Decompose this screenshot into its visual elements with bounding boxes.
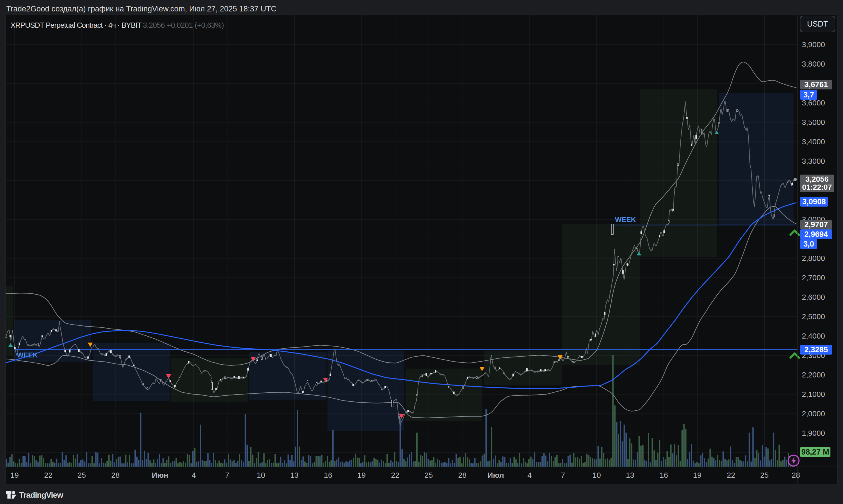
svg-text:13: 13 — [626, 471, 634, 480]
svg-text:4: 4 — [192, 471, 196, 480]
svg-text:3,2056: 3,2056 — [805, 175, 828, 183]
svg-text:2,8000: 2,8000 — [802, 254, 825, 263]
svg-text:XRPUSDT Perpetual Contract · 4: XRPUSDT Perpetual Contract · 4ч · BYBIT — [11, 21, 142, 30]
svg-text:25: 25 — [77, 471, 86, 480]
svg-text:USDT: USDT — [807, 20, 828, 28]
svg-text:TradingView: TradingView — [19, 490, 64, 500]
svg-text:3,9000: 3,9000 — [802, 40, 825, 49]
svg-text:Trade2Good создал(а) график на: Trade2Good создал(а) график на TradingVi… — [6, 4, 276, 13]
svg-text:3,5000: 3,5000 — [802, 118, 825, 127]
svg-text:2,9707: 2,9707 — [804, 220, 828, 229]
svg-text:13: 13 — [290, 471, 298, 480]
svg-text:1,9000: 1,9000 — [802, 429, 825, 437]
svg-text:3,0908: 3,0908 — [802, 197, 826, 206]
svg-text:2,0000: 2,0000 — [802, 410, 825, 418]
svg-text:3,6761: 3,6761 — [804, 80, 828, 89]
svg-text:25: 25 — [424, 471, 433, 480]
svg-text:2,7000: 2,7000 — [802, 273, 825, 282]
svg-text:2,9694: 2,9694 — [804, 230, 828, 238]
svg-text:Июл: Июл — [487, 471, 504, 480]
svg-text:3,0: 3,0 — [803, 240, 814, 248]
svg-text:2,4000: 2,4000 — [802, 332, 825, 340]
svg-text:3,7: 3,7 — [803, 91, 814, 99]
svg-text:16: 16 — [324, 471, 332, 480]
svg-text:3,3000: 3,3000 — [802, 157, 825, 165]
svg-text:28: 28 — [111, 471, 120, 480]
svg-text:28: 28 — [792, 471, 800, 480]
svg-text:16: 16 — [660, 471, 668, 480]
svg-text:98,27 M: 98,27 M — [801, 448, 829, 456]
svg-text:01:22:07: 01:22:07 — [802, 183, 832, 192]
svg-text:28: 28 — [458, 471, 466, 480]
svg-text:19: 19 — [357, 471, 365, 480]
svg-text:7: 7 — [561, 471, 565, 480]
svg-text:3,4000: 3,4000 — [802, 138, 825, 146]
svg-text:WEEK: WEEK — [615, 216, 636, 223]
svg-text:25: 25 — [760, 471, 768, 480]
svg-text:10: 10 — [257, 471, 265, 480]
svg-text:22: 22 — [44, 471, 52, 480]
svg-text:19: 19 — [10, 471, 19, 480]
svg-text:3,6000: 3,6000 — [802, 98, 825, 107]
svg-text:2,3285: 2,3285 — [804, 345, 828, 354]
svg-text:7: 7 — [225, 471, 230, 480]
svg-text:Июн: Июн — [152, 471, 168, 480]
svg-text:3,2056 +0,0201 (+0,63%): 3,2056 +0,0201 (+0,63%) — [143, 21, 224, 30]
svg-text:3,8000: 3,8000 — [802, 60, 825, 68]
svg-text:4: 4 — [527, 471, 532, 480]
svg-text:10: 10 — [592, 471, 601, 480]
svg-text:19: 19 — [693, 471, 701, 480]
svg-text:WEEK: WEEK — [17, 351, 38, 359]
svg-text:22: 22 — [727, 471, 735, 480]
svg-text:2,1000: 2,1000 — [802, 390, 825, 399]
svg-text:22: 22 — [391, 471, 399, 480]
svg-text:2,2000: 2,2000 — [802, 371, 825, 379]
svg-text:2,5000: 2,5000 — [802, 312, 825, 321]
svg-text:2,6000: 2,6000 — [802, 293, 825, 302]
